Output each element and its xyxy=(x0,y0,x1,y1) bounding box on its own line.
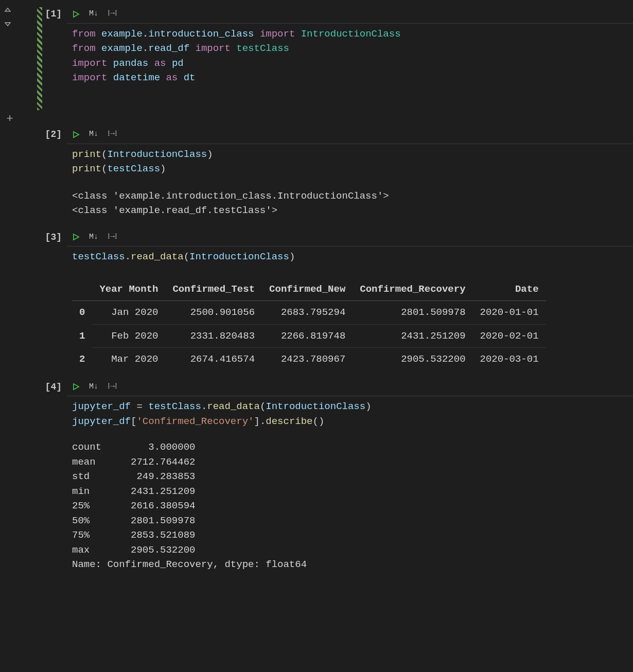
execution-count: [1] xyxy=(45,7,62,21)
table-row: 0 Jan 2020 2500.901056 2683.795294 2801.… xyxy=(72,301,546,325)
row-index: 1 xyxy=(72,324,92,348)
split-cell-button[interactable]: ⁞→⁞ xyxy=(108,8,117,20)
cell-toolbar: M↓ ⁞→⁞ xyxy=(67,4,633,24)
markdown-toggle-button[interactable]: M↓ xyxy=(89,8,98,20)
modified-indicator-icon xyxy=(37,7,42,110)
cell-gutter: [1] xyxy=(0,4,67,110)
run-cell-icon[interactable] xyxy=(72,10,80,18)
notebook: [1] M↓ ⁞→⁞ from example.introduction_cla… xyxy=(0,0,633,578)
col-header: Year Month xyxy=(92,278,165,301)
row-index: 2 xyxy=(72,348,92,371)
run-cell-icon[interactable] xyxy=(72,233,80,241)
split-cell-button[interactable]: ⁞→⁞ xyxy=(108,129,117,140)
markdown-toggle-button[interactable]: M↓ xyxy=(89,129,98,140)
run-cell-icon[interactable] xyxy=(72,383,80,391)
cell-2: [2] M↓ ⁞→⁞ print(IntroductionClass) prin… xyxy=(0,125,633,227)
move-down-icon[interactable] xyxy=(2,17,13,29)
execution-count: [2] xyxy=(45,128,62,142)
execution-count: [3] xyxy=(45,231,62,244)
table-header-row: Year Month Confirmed_Test Confirmed_New … xyxy=(72,278,546,301)
markdown-toggle-button[interactable]: M↓ xyxy=(89,381,98,393)
col-header: Confirmed_Test xyxy=(165,278,262,301)
code-editor[interactable]: testClass.read_data(IntroductionClass) xyxy=(67,246,633,272)
cell-toolbar: M↓ ⁞→⁞ xyxy=(67,377,633,397)
move-up-icon[interactable] xyxy=(2,5,13,16)
markdown-toggle-button[interactable]: M↓ xyxy=(89,232,98,243)
table-row: 2 Mar 2020 2674.416574 2423.780967 2905.… xyxy=(72,348,546,371)
describe-output: count 3.000000 mean 2712.764462 std 249.… xyxy=(67,436,633,578)
col-header: Confirmed_Recovery xyxy=(353,278,472,301)
cell-3: [3] M↓ ⁞→⁞ testClass.read_data(Introduct… xyxy=(0,227,633,377)
table-row: 1 Feb 2020 2331.820483 2266.819748 2431.… xyxy=(72,324,546,348)
split-cell-button[interactable]: ⁞→⁞ xyxy=(108,381,117,393)
code-editor[interactable]: jupyter_df = testClass.read_data(Introdu… xyxy=(67,396,633,436)
cell-toolbar: M↓ ⁞→⁞ xyxy=(67,125,633,144)
col-header: Date xyxy=(473,278,546,301)
cell-4: [4] M↓ ⁞→⁞ jupyter_df = testClass.read_d… xyxy=(0,377,633,578)
dataframe-output: Year Month Confirmed_Test Confirmed_New … xyxy=(72,278,546,371)
execution-count: [4] xyxy=(45,380,62,394)
cell-1: [1] M↓ ⁞→⁞ from example.introduction_cla… xyxy=(0,4,633,110)
add-cell-row: + xyxy=(0,110,633,125)
code-editor[interactable]: from example.introduction_class import I… xyxy=(67,24,633,93)
run-cell-icon[interactable] xyxy=(72,131,80,138)
split-cell-button[interactable]: ⁞→⁞ xyxy=(108,232,117,243)
code-editor[interactable]: print(IntroductionClass) print(testClass… xyxy=(67,144,633,184)
cell-toolbar: M↓ ⁞→⁞ xyxy=(67,227,633,247)
col-header: Confirmed_New xyxy=(262,278,353,301)
add-cell-icon[interactable]: + xyxy=(4,113,15,125)
row-index: 0 xyxy=(72,301,92,325)
cell-output: <class 'example.introduction_class.Intro… xyxy=(67,184,633,227)
